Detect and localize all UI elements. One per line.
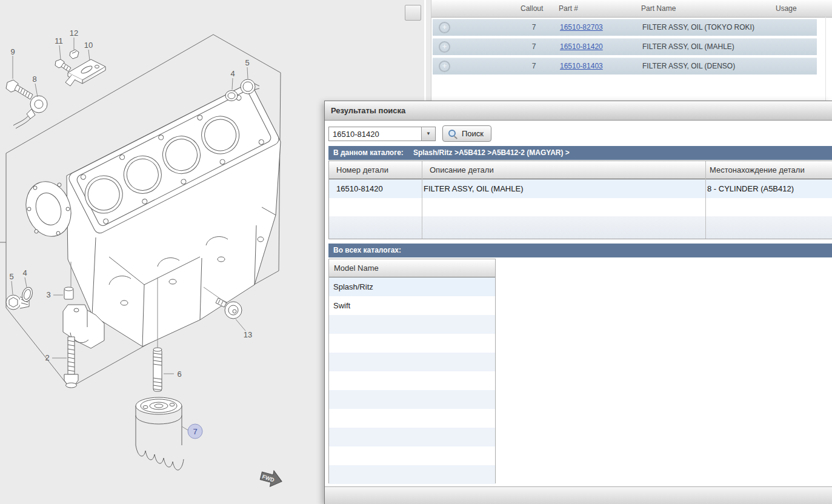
search-combo-box: ▼: [328, 127, 436, 141]
dialog-title-bar[interactable]: Результаты поиска: [325, 101, 832, 121]
part-number-cell: 16510-81420: [336, 179, 383, 198]
current-catalog-bar: В данном каталоге:Splash/Ritz >A5B412 >A…: [328, 146, 832, 160]
location-cell: 8 - CYLINDER (A5B412): [707, 179, 794, 198]
empty-model-row: [329, 371, 495, 390]
parts-table-header: Callout Part # Part Name Usage: [431, 0, 832, 18]
callout-6: 6: [177, 370, 181, 379]
dialog-footer-bar: [325, 486, 832, 504]
part-bolt-2: [64, 337, 78, 388]
table-gutter-divider: [825, 17, 826, 101]
column-header-model-name: Model Name: [329, 259, 495, 277]
empty-table-row: [329, 198, 832, 216]
part-number-link[interactable]: 16510-81403: [560, 58, 603, 75]
column-header-location: Местонахождение детали: [710, 161, 805, 179]
callout-5-top: 5: [245, 58, 249, 67]
part-plug-5-top: [241, 79, 259, 94]
all-catalogs-label: Во всех каталогах:: [333, 246, 401, 254]
column-header-part-number: Номер детали: [336, 161, 388, 179]
empty-model-row: [329, 409, 495, 428]
part-name-cell: FILTER ASSY, OIL (TOKYO ROKI): [642, 19, 754, 36]
callout-7-highlighted[interactable]: 7: [188, 424, 202, 439]
callout-8: 8: [32, 75, 36, 84]
description-cell: FILTER ASSY, OIL (MAHLE): [424, 179, 523, 198]
fwd-arrow: FWD: [259, 467, 285, 489]
column-header-usage: Usage: [776, 0, 797, 17]
models-table: Model Name Splash/Ritz Swift: [328, 259, 496, 483]
callout-2: 2: [45, 353, 49, 362]
callout-4-left: 4: [22, 268, 27, 277]
results-table: Номер детали Описание детали Местонахожд…: [328, 161, 832, 239]
search-button[interactable]: Поиск: [442, 125, 491, 142]
search-button-label: Поиск: [462, 129, 484, 138]
column-header-description: Описание детали: [430, 161, 494, 179]
results-table-header: Номер детали Описание детали Местонахожд…: [329, 161, 832, 179]
table-row[interactable]: + 7 16510-82703 FILTER ASSY, OIL (TOKYO …: [433, 19, 817, 36]
search-input[interactable]: [329, 127, 424, 141]
breadcrumb[interactable]: Splash/Ritz >A5B412 >A5B412-2 (MAGYAR) >: [413, 148, 570, 157]
engine-block-drawing: [19, 82, 281, 346]
part-number-link[interactable]: 16510-82703: [560, 19, 603, 36]
callout-3: 3: [46, 290, 50, 299]
current-catalog-label: В данном каталоге:: [333, 148, 404, 157]
model-row[interactable]: Swift: [329, 296, 495, 315]
callout-cell: 7: [522, 39, 546, 55]
column-divider: [422, 161, 422, 239]
column-header-part-name: Part Name: [641, 0, 676, 17]
search-results-dialog: Результаты поиска ▼ Поиск В данном катал…: [324, 101, 832, 504]
part-bracket-10: [65, 59, 105, 86]
callout-10: 10: [84, 41, 93, 50]
part-name-cell: FILTER ASSY, OIL (DENSO): [642, 58, 735, 75]
part-pin-3: [64, 287, 73, 299]
callout-5-left: 5: [9, 272, 13, 281]
model-row[interactable]: Splash/Ritz: [329, 277, 495, 296]
callout-4-top: 4: [230, 69, 235, 78]
part-number-link[interactable]: 16510-81420: [560, 39, 603, 55]
callout-13: 13: [244, 330, 252, 339]
part-stud-6: [153, 348, 162, 391]
column-divider: [705, 161, 706, 239]
part-washer-4-top: [225, 91, 238, 101]
part-bolt-11: [55, 59, 71, 71]
part-oil-filter-7: [136, 397, 184, 470]
empty-model-row: [329, 428, 495, 446]
empty-table-row: [329, 216, 832, 239]
part-sensor-8: [13, 96, 47, 128]
panel-collapse-button[interactable]: [405, 5, 421, 21]
table-row[interactable]: 16510-81420 FILTER ASSY, OIL (MAHLE) 8 -…: [329, 179, 832, 198]
expand-row-icon[interactable]: +: [439, 61, 450, 72]
expand-row-icon[interactable]: +: [439, 22, 450, 33]
table-row[interactable]: + 7 16510-81403 FILTER ASSY, OIL (DENSO): [433, 58, 817, 75]
callout-9: 9: [10, 47, 15, 56]
app-window: 9 8 11 12 10 4 5 5 4 3 2 6 13 7: [0, 0, 832, 504]
magnifier-icon: [448, 130, 456, 137]
empty-model-row: [329, 315, 495, 334]
combo-dropdown-button[interactable]: ▼: [421, 127, 435, 141]
part-clamp-12: [70, 50, 79, 59]
callout-12: 12: [70, 28, 78, 38]
empty-model-row: [329, 465, 495, 484]
callout-7-label[interactable]: 7: [193, 427, 197, 436]
empty-model-row: [329, 353, 495, 371]
empty-model-row: [329, 446, 495, 465]
callout-11: 11: [55, 36, 63, 45]
all-catalogs-bar: Во всех каталогах:: [328, 244, 832, 257]
part-name-cell: FILTER ASSY, OIL (MAHLE): [642, 39, 734, 55]
column-header-part-number: Part #: [559, 0, 578, 17]
callout-cell: 7: [522, 19, 546, 36]
table-row[interactable]: + 7 16510-81420 FILTER ASSY, OIL (MAHLE): [433, 38, 817, 55]
expand-row-icon[interactable]: +: [439, 41, 450, 53]
empty-model-row: [329, 390, 495, 409]
column-header-callout: Callout: [521, 0, 543, 17]
empty-model-row: [329, 334, 495, 353]
part-bolt-9: [6, 80, 33, 99]
callout-cell: 7: [522, 58, 546, 75]
parts-list-panel: Callout Part # Part Name Usage + 7 16510…: [431, 0, 832, 101]
